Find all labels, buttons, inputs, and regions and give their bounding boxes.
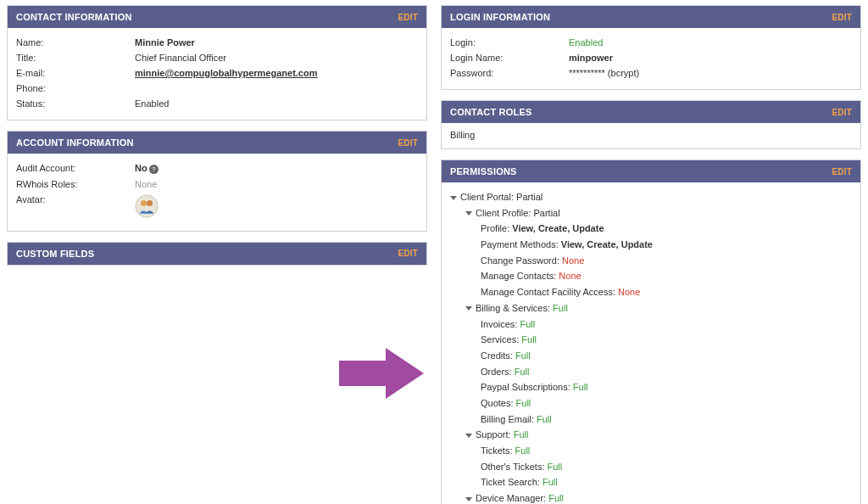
svg-point-1 (141, 200, 147, 206)
email-value[interactable]: minnie@compuglobalhypermeganet.com (135, 68, 418, 78)
avatar-label: Avatar: (16, 194, 135, 220)
perm-client-portal[interactable]: Client Portal: Partial Client Profile: P… (450, 189, 852, 504)
contact-info-panel: CONTACT INFORMATION EDIT Name: Minnie Po… (7, 5, 427, 120)
perm-manage-contacts[interactable]: Manage Contacts: None (481, 268, 852, 284)
perm-billing-email[interactable]: Billing Email: Full (481, 412, 852, 428)
custom-fields-title: CUSTOM FIELDS (16, 249, 94, 259)
account-edit-button[interactable]: EDIT (398, 138, 418, 148)
contact-info-header: CONTACT INFORMATION EDIT (8, 6, 426, 28)
caret-icon (465, 211, 472, 216)
avatar-icon (135, 194, 159, 218)
account-info-title: ACCOUNT INFORMATION (16, 137, 134, 148)
login-info-header: LOGIN INFORMATION EDIT (442, 6, 860, 28)
title-label: Title: (16, 53, 135, 63)
custom-edit-button[interactable]: EDIT (398, 249, 418, 258)
perm-quotes[interactable]: Quotes: Full (481, 395, 852, 412)
perm-invoices[interactable]: Invoices: Full (481, 316, 852, 333)
password-label: Password: (450, 68, 569, 78)
title-value: Chief Financial Officer (135, 53, 418, 63)
permissions-title: PERMISSIONS (450, 166, 517, 176)
contact-roles-panel: CONTACT ROLES EDIT Billing (441, 100, 861, 149)
perm-tickets[interactable]: Tickets: Full (481, 443, 852, 459)
name-value: Minnie Power (135, 37, 418, 48)
contact-info-title: CONTACT INFORMATION (16, 12, 132, 22)
svg-marker-3 (339, 348, 424, 399)
perm-paypal[interactable]: Paypal Subscriptions: Full (481, 379, 852, 395)
login-label: Login: (450, 37, 569, 48)
perm-payment-methods[interactable]: Payment Methods: View, Create, Update (481, 237, 852, 253)
account-info-header: ACCOUNT INFORMATION EDIT (8, 132, 426, 154)
email-label: E-mail: (16, 68, 135, 78)
perm-services[interactable]: Services: Full (481, 332, 852, 348)
caret-icon (465, 306, 472, 311)
left-column: CONTACT INFORMATION EDIT Name: Minnie Po… (7, 5, 427, 504)
perm-billing-services[interactable]: Billing & Services: Full Invoices: Full … (465, 300, 852, 428)
loginname-label: Login Name: (450, 53, 569, 63)
name-label: Name: (16, 37, 135, 48)
roles-edit-button[interactable]: EDIT (832, 108, 852, 117)
rwhois-value: None (135, 179, 418, 189)
phone-value (135, 83, 418, 93)
help-icon[interactable]: ? (149, 165, 159, 174)
login-edit-button[interactable]: EDIT (832, 13, 852, 22)
permissions-header: PERMISSIONS EDIT (442, 160, 860, 182)
permissions-tree: Client Portal: Partial Client Profile: P… (442, 182, 860, 504)
contact-roles-title: CONTACT ROLES (450, 107, 532, 117)
audit-label: Audit Account: (16, 163, 135, 174)
roles-value: Billing (450, 130, 475, 140)
custom-fields-panel: CUSTOM FIELDS EDIT (7, 242, 427, 266)
permissions-panel: PERMISSIONS EDIT Client Portal: Partial … (441, 160, 861, 504)
audit-value: No (135, 163, 147, 173)
loginname-value: minpower (569, 53, 852, 63)
annotation-arrow-icon (339, 348, 424, 399)
perm-credits[interactable]: Credits: Full (481, 348, 852, 364)
login-value: Enabled (569, 37, 852, 48)
perm-profile[interactable]: Profile: View, Create, Update (481, 221, 852, 237)
login-info-title: LOGIN INFORMATION (450, 12, 550, 22)
perm-others-tickets[interactable]: Other's Tickets: Full (481, 459, 852, 475)
phone-label: Phone: (16, 83, 135, 93)
svg-point-2 (147, 200, 153, 206)
perm-support[interactable]: Support: Full Tickets: Full Other's Tick… (465, 427, 852, 490)
perm-device-manager[interactable]: Device Manager: Full Devices: Full Facil… (465, 490, 852, 504)
status-value: Enabled (135, 98, 418, 109)
perm-client-profile[interactable]: Client Profile: Partial Profile: View, C… (465, 205, 852, 300)
status-label: Status: (16, 98, 135, 109)
perm-change-password[interactable]: Change Password: None (481, 253, 852, 269)
account-info-panel: ACCOUNT INFORMATION EDIT Audit Account: … (7, 131, 427, 232)
login-info-panel: LOGIN INFORMATION EDIT Login: Enabled Lo… (441, 5, 861, 90)
contact-edit-button[interactable]: EDIT (398, 13, 418, 22)
perm-orders[interactable]: Orders: Full (481, 364, 852, 380)
permissions-edit-button[interactable]: EDIT (832, 167, 852, 176)
caret-icon (465, 497, 472, 501)
contact-roles-header: CONTACT ROLES EDIT (442, 101, 860, 123)
caret-icon (465, 434, 472, 438)
rwhois-label: RWhois Roles: (16, 179, 135, 189)
password-value: ********** (bcrypt) (569, 68, 852, 78)
perm-ticket-search[interactable]: Ticket Search: Full (481, 474, 852, 490)
caret-icon (450, 196, 457, 200)
perm-manage-facility[interactable]: Manage Contact Facility Access: None (481, 284, 852, 300)
svg-point-0 (136, 194, 158, 216)
custom-fields-header: CUSTOM FIELDS EDIT (8, 243, 426, 265)
right-column: LOGIN INFORMATION EDIT Login: Enabled Lo… (441, 5, 861, 504)
